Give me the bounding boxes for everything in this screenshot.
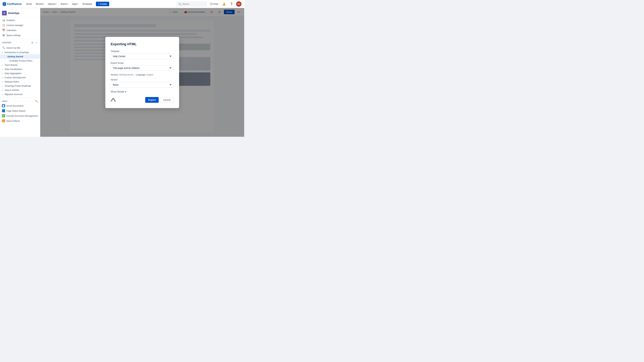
search-by-title[interactable]: 🔍 Search by title — [0, 45, 40, 50]
workspace-name: SmartApp — [8, 12, 19, 14]
version-info: Version: Working version Language: Engli… — [111, 73, 174, 76]
tree-item-available-plans[interactable]: Available Product Plans — [0, 59, 40, 63]
version-label: Version: — [111, 73, 118, 76]
variant-select[interactable]: Basic Advanced Custom — [111, 82, 174, 88]
tree-item-release-notes[interactable]: ▸ Release Notes — [0, 80, 40, 84]
sidebar: S SmartApp 📊 Analytics 📋 Content manager… — [0, 8, 40, 137]
variant-label: Variant — [111, 79, 174, 81]
workspace-header[interactable]: S SmartApp — [0, 9, 40, 17]
main-layout: S SmartApp 📊 Analytics 📋 Content manager… — [0, 8, 244, 137]
show-details-toggle[interactable]: Show Details ▾ — [111, 90, 174, 93]
sidebar-item-calendars[interactable]: 📅 Calendars — [0, 28, 40, 33]
logo[interactable]: Confluence — [3, 2, 22, 6]
content-actions: ☰ ＋ — [31, 41, 38, 44]
export-scope-form-group: Export Scope This page and its children … — [111, 62, 174, 71]
nav-templates[interactable]: Templates — [81, 2, 93, 6]
search-input[interactable] — [182, 3, 202, 5]
chevron-right-icon: ▸ — [2, 72, 4, 74]
export-button[interactable]: Export — [145, 97, 159, 103]
chevron-right-icon: ▸ — [2, 81, 4, 83]
calendars-icon: 📅 — [2, 29, 5, 31]
chevron-right-icon: ▸ — [2, 89, 4, 91]
nav-teams[interactable]: Teams▾ — [59, 2, 69, 6]
export-scope-select[interactable]: This page and its children This page onl… — [111, 65, 174, 71]
chevron-down-icon: ▾ — [125, 90, 126, 93]
tree-item-roadmap[interactable]: ▸ SmartApp Public Roadmap — [0, 84, 40, 88]
app-item-comala[interactable]: ✅ Comala Document Management — [0, 113, 40, 118]
tree-item-team-boards[interactable]: ▸ Team Boards — [0, 63, 40, 67]
version-value: Working version — [119, 73, 134, 76]
export-scope-label: Export Scope — [111, 62, 174, 64]
page-status-icon: 🔵 — [2, 109, 5, 112]
chevron-right-icon: ▸ — [2, 64, 4, 66]
modal-footer: Export Cancel — [111, 97, 174, 103]
comala-icon: ✅ — [2, 114, 5, 117]
template-label: Template — [111, 50, 174, 52]
notifications-button[interactable]: 🔔 — [221, 1, 227, 7]
nav-apps[interactable]: Apps▾ — [71, 2, 79, 6]
variant-form-group: Variant Basic Advanced Custom — [111, 79, 174, 88]
chevron-right-icon: ▸ — [2, 93, 4, 95]
tree-item-data-agg[interactable]: ▸ Data Aggregation — [0, 71, 40, 75]
scroll-logo-icon — [111, 97, 117, 102]
sidebar-item-space-settings[interactable]: ⚙️ Space settings — [0, 33, 40, 38]
chevron-right-icon: ▸ — [2, 85, 4, 87]
nav-recent[interactable]: Recent▾ — [35, 2, 45, 6]
sidebar-nav-section: 📊 Analytics 📋 Content manager 📅 Calendar… — [0, 17, 40, 38]
chevron-right-icon: ▸ — [2, 68, 4, 70]
nav-home[interactable]: Home — [25, 2, 33, 6]
space-settings-icon: ⚙️ — [2, 34, 5, 36]
app-item-space-report[interactable]: ⚠️ Space Report — [0, 118, 40, 123]
tree-item-data-viz[interactable]: ▸ Data Visualization — [0, 67, 40, 71]
chevron-right-icon: ▸ — [2, 77, 4, 78]
workspace-icon: S — [2, 11, 7, 15]
logo-text: Confluence — [7, 2, 22, 5]
global-search[interactable]: 🔍 — [176, 2, 207, 6]
tree-item-getting-started[interactable]: Getting Started — [0, 54, 40, 59]
filter-content-button[interactable]: ☰ — [31, 41, 34, 44]
language-value: English — [146, 73, 153, 76]
add-content-button[interactable]: ＋ — [35, 41, 38, 44]
export-html-modal: Exporting HTML Template Help Center Docu… — [105, 37, 179, 108]
user-avatar[interactable]: SA — [236, 1, 242, 7]
search-icon: 🔍 — [2, 46, 5, 49]
sidebar-item-content-manager[interactable]: 📋 Content manager — [0, 23, 40, 28]
sidebar-divider — [0, 39, 40, 39]
modal-title: Exporting HTML — [111, 42, 174, 46]
apps-edit-button[interactable]: ✏️ — [35, 100, 38, 103]
modal-logo — [111, 97, 117, 102]
template-form-group: Template Help Center Documentation Knowl… — [111, 50, 174, 59]
cancel-button[interactable]: Cancel — [160, 97, 174, 103]
main-content: Smart... / Intro... / Getting Started ✨ … — [40, 8, 244, 137]
chevron-down-icon: ▾ — [2, 51, 4, 53]
template-select[interactable]: Help Center Documentation Knowledge Base — [111, 53, 174, 59]
tree-item-migrated[interactable]: ▸ Migrated shortcuts — [0, 92, 40, 96]
tree-item-intro[interactable]: ▾ Introduction to SmartApp — [0, 50, 40, 54]
create-button[interactable]: + Create — [96, 2, 109, 6]
app-item-scroll-docs[interactable]: 📄 Scroll Documents — [0, 103, 40, 108]
scroll-docs-icon: 📄 — [2, 104, 5, 107]
chat-icon: 💬 — [210, 3, 213, 5]
show-details-label: Show Details — [111, 90, 124, 93]
top-navigation: Confluence Home Recent▾ Spaces▾ Teams▾ A… — [0, 0, 244, 8]
apps-section-header: APPS ✏️ — [0, 98, 40, 103]
modal-actions: Export Cancel — [145, 97, 174, 103]
space-report-icon: ⚠️ — [2, 119, 5, 122]
tree-item-howto[interactable]: ▸ How-to articles — [0, 88, 40, 92]
help-button[interactable]: ❓ — [229, 1, 234, 7]
search-icon: 🔍 — [178, 3, 181, 5]
content-section-header: CONTENT ☰ ＋ — [0, 40, 40, 45]
content-manager-icon: 📋 — [2, 24, 5, 26]
analytics-icon: 📊 — [2, 19, 5, 21]
tree-item-custom-dev[interactable]: ▸ Custom Development — [0, 75, 40, 80]
modal-overlay: Exporting HTML Template Help Center Docu… — [40, 8, 244, 137]
nav-spaces[interactable]: Spaces▾ — [47, 2, 57, 6]
sidebar-item-analytics[interactable]: 📊 Analytics — [0, 17, 40, 23]
language-label: Language: — [136, 73, 146, 76]
app-item-page-status[interactable]: 🔵 Page Status Report — [0, 108, 40, 113]
chat-button[interactable]: 💬 Chat — [209, 2, 219, 6]
confluence-icon — [3, 2, 6, 6]
